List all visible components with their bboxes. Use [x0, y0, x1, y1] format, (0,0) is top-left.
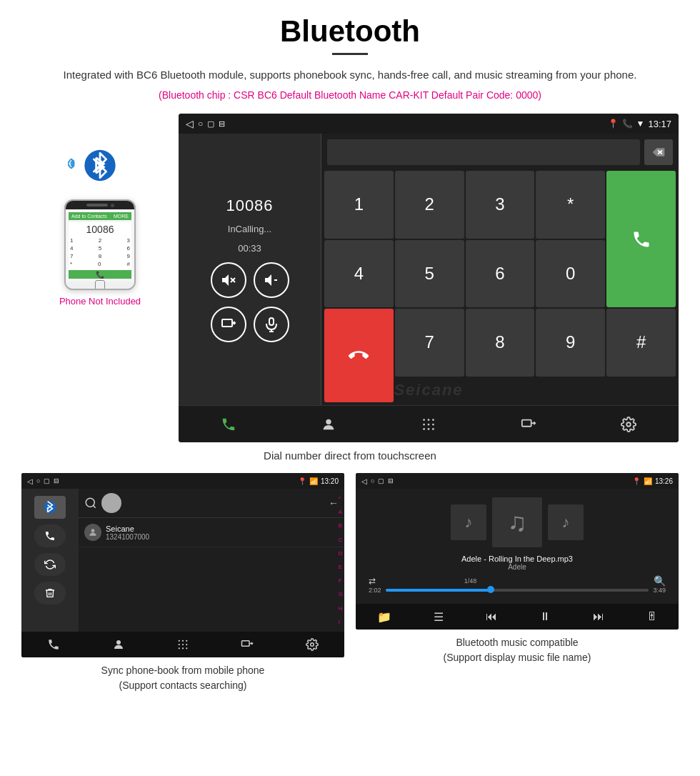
key-7[interactable]: 7: [395, 309, 464, 377]
car-display: ◁ ○ ▢ ⊟ 📍 📞 ▼ 13:17 10086 InCalling...: [179, 114, 679, 442]
microphone-icon: [263, 316, 280, 333]
phone-mockup-screen: Add to Contacts MORE 10086 123 456 789: [66, 209, 134, 282]
music-controls-row: 2:02 3:49: [363, 587, 671, 594]
key-0[interactable]: 0: [536, 240, 605, 308]
svg-point-22: [423, 428, 425, 430]
svg-point-41: [182, 647, 184, 649]
status-bar-left: ◁ ○ ▢ ⊟: [186, 118, 225, 129]
contacts-screen-item: ◁ ○ ▢ ⊟ 📍 📶 13:20: [21, 473, 344, 693]
dialpad-input-row: [321, 134, 679, 168]
key-9[interactable]: 9: [536, 309, 605, 377]
music-prev-icon[interactable]: ⏮: [486, 610, 497, 623]
dialer-left-panel: 10086 InCalling... 00:33: [179, 134, 321, 405]
svg-point-38: [182, 644, 184, 645]
key-4[interactable]: 4: [324, 240, 394, 308]
music-album-area: ♪ ♫ ♪: [451, 497, 584, 547]
phone-bottom-bar: [66, 282, 134, 289]
call-button[interactable]: [606, 171, 676, 307]
nav-settings-button[interactable]: [611, 410, 646, 439]
svg-point-45: [311, 643, 314, 647]
phone-action-bar: 📞: [69, 270, 131, 279]
contact-item: Seicane 13241007000: [79, 518, 344, 547]
contacts-call-button[interactable]: [34, 524, 66, 547]
volume-down-button[interactable]: [254, 262, 289, 298]
track-counter: 1/48: [464, 577, 477, 585]
contact-avatar: [84, 524, 101, 541]
svg-rect-25: [522, 419, 531, 426]
nav-transfer-button[interactable]: [511, 410, 546, 439]
volume-down-icon: [263, 272, 280, 289]
svg-point-36: [186, 640, 187, 642]
nav-dialpad-button[interactable]: [411, 410, 446, 439]
hangup-button[interactable]: [324, 309, 394, 402]
contacts-main: ← Seicane: [79, 489, 344, 632]
dialpad-grid: 1 2 3 * 4 5 6 0: [321, 168, 679, 405]
call-btn-row-2: [211, 307, 289, 342]
home-circle-icon: ○: [198, 119, 203, 129]
contacts-delete-button[interactable]: [34, 582, 66, 605]
key-star[interactable]: *: [536, 171, 605, 239]
mute-button[interactable]: [254, 307, 289, 342]
music-folder-icon[interactable]: 📁: [377, 610, 391, 624]
contacts-status-bar: ◁ ○ ▢ ⊟ 📍 📶 13:20: [21, 473, 344, 489]
key-5[interactable]: 5: [395, 240, 464, 308]
time-total: 3:49: [653, 587, 666, 594]
call-icon: [631, 229, 651, 249]
music-note-right: ♪: [562, 513, 570, 532]
key-2[interactable]: 2: [395, 171, 464, 239]
contacts-sidebar: [21, 489, 79, 632]
main-album-art: ♫: [492, 497, 542, 547]
key-1[interactable]: 1: [324, 171, 394, 239]
dialpad-input-field[interactable]: [327, 139, 640, 165]
phone-not-included-label: Phone Not Included: [59, 296, 141, 307]
contacts-search-row: ←: [79, 489, 344, 518]
key-8[interactable]: 8: [466, 309, 535, 377]
recent-apps-icon: ▢: [207, 119, 214, 129]
svg-marker-2: [222, 274, 229, 286]
key-hash[interactable]: #: [606, 309, 676, 377]
bottom-transfer-icon: [241, 638, 254, 651]
time-elapsed: 2:02: [369, 587, 381, 594]
dial-caption: Dial number direct from touchscreen: [21, 449, 679, 462]
music-list-icon[interactable]: ☰: [434, 610, 444, 624]
svg-point-18: [432, 419, 434, 421]
contacts-sync-button[interactable]: [34, 553, 66, 576]
nav-contacts-button[interactable]: [311, 410, 346, 439]
phone-home-button: [95, 280, 105, 290]
svg-point-16: [423, 419, 425, 421]
nav-contacts-icon: [321, 417, 336, 432]
nav-settings-icon: [621, 417, 636, 432]
nav-transfer-icon: [521, 417, 536, 432]
transfer-button[interactable]: [211, 307, 246, 342]
contacts-back-icon: ◁: [27, 477, 33, 485]
music-time: 13:26: [655, 477, 673, 485]
contacts-android-screen: ◁ ○ ▢ ⊟ 📍 📶 13:20: [21, 473, 344, 657]
bottom-phone-icon: [47, 638, 60, 651]
contacts-list-area: Seicane 13241007000: [79, 518, 344, 547]
svg-point-40: [179, 647, 180, 649]
bluetooth-sidebar-icon[interactable]: [34, 496, 66, 519]
key-3[interactable]: 3: [466, 171, 535, 239]
bluetooth-icon-area: [68, 142, 132, 192]
nav-phone-button[interactable]: [211, 410, 246, 439]
bottom-contacts-icon: [112, 638, 125, 651]
music-eq-icon[interactable]: 🎚: [646, 610, 658, 623]
music-search-icon[interactable]: 🔍: [654, 575, 666, 587]
svg-point-20: [428, 423, 430, 425]
backspace-button[interactable]: [644, 139, 673, 165]
music-play-icon[interactable]: ⏸: [539, 610, 551, 623]
description: Integrated with BC6 Bluetooth module, su…: [21, 66, 679, 84]
search-icon: [84, 497, 97, 509]
contacts-signal-icon: 📶: [309, 477, 318, 485]
progress-bar[interactable]: [386, 589, 649, 592]
key-6[interactable]: 6: [466, 240, 535, 308]
svg-marker-12: [653, 148, 665, 156]
search-ball: [101, 493, 121, 513]
trash-icon: [44, 587, 56, 599]
svg-point-17: [428, 419, 430, 421]
volume-up-button[interactable]: [211, 262, 246, 298]
shuffle-icon[interactable]: ⇄: [369, 576, 376, 586]
music-status-bar: ◁ ○ ▢ ⊟ 📍 📶 13:26: [356, 473, 679, 489]
contacts-phone-icon: 📍: [298, 477, 306, 485]
music-next-icon[interactable]: ⏭: [593, 610, 604, 623]
